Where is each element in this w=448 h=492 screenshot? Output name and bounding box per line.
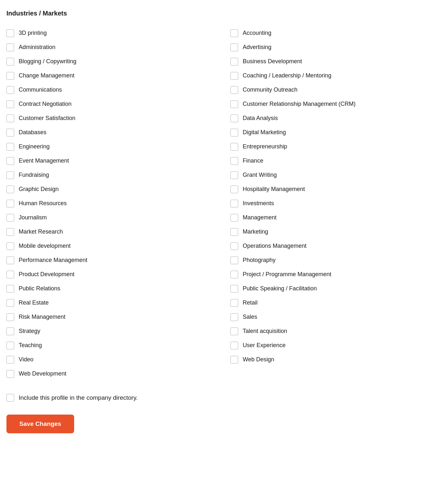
checkbox-community-outreach[interactable]: [230, 86, 238, 94]
checkbox-item-blogging-copywriting[interactable]: Blogging / Copywriting: [6, 55, 218, 69]
checkbox-item-sales[interactable]: Sales: [230, 310, 442, 324]
checkbox-item-video[interactable]: Video: [6, 353, 218, 367]
checkbox-item-digital-marketing[interactable]: Digital Marketing: [230, 126, 442, 140]
checkbox-investments[interactable]: [230, 200, 238, 207]
checkbox-item-coaching-leadership-mentoring[interactable]: Coaching / Leadership / Mentoring: [230, 69, 442, 83]
checkbox-item-crm[interactable]: Customer Relationship Management (CRM): [230, 97, 442, 111]
checkbox-entrepreneurship[interactable]: [230, 143, 238, 151]
checkbox-sales[interactable]: [230, 313, 238, 321]
checkbox-item-web-development[interactable]: Web Development: [6, 367, 218, 381]
checkbox-item-entrepreneurship[interactable]: Entrepreneurship: [230, 140, 442, 154]
checkbox-event-management[interactable]: [6, 157, 14, 165]
checkbox-strategy[interactable]: [6, 327, 14, 335]
checkbox-item-retail[interactable]: Retail: [230, 296, 442, 310]
checkbox-business-development[interactable]: [230, 58, 238, 65]
checkbox-web-design[interactable]: [230, 356, 238, 364]
checkbox-human-resources[interactable]: [6, 200, 14, 207]
checkbox-coaching-leadership-mentoring[interactable]: [230, 72, 238, 80]
checkbox-item-risk-management[interactable]: Risk Management: [6, 310, 218, 324]
checkbox-mobile-development[interactable]: [6, 242, 14, 250]
checkbox-item-public-relations[interactable]: Public Relations: [6, 282, 218, 296]
checkbox-item-communications[interactable]: Communications: [6, 83, 218, 97]
checkbox-item-product-development[interactable]: Product Development: [6, 267, 218, 282]
checkbox-item-market-research[interactable]: Market Research: [6, 225, 218, 239]
checkbox-item-data-analysis[interactable]: Data Analysis: [230, 111, 442, 126]
checkbox-item-customer-satisfaction[interactable]: Customer Satisfaction: [6, 111, 218, 126]
checkbox-management[interactable]: [230, 214, 238, 222]
checkbox-item-photography[interactable]: Photography: [230, 253, 442, 267]
checkbox-databases[interactable]: [6, 129, 14, 136]
checkbox-grant-writing[interactable]: [230, 171, 238, 179]
checkbox-crm[interactable]: [230, 100, 238, 108]
checkbox-item-mobile-development[interactable]: Mobile development: [6, 239, 218, 253]
checkbox-data-analysis[interactable]: [230, 115, 238, 122]
checkbox-marketing[interactable]: [230, 228, 238, 236]
checkbox-item-change-management[interactable]: Change Management: [6, 69, 218, 83]
checkbox-item-journalism[interactable]: Journalism: [6, 211, 218, 225]
checkbox-item-community-outreach[interactable]: Community Outreach: [230, 83, 442, 97]
checkbox-item-project-programme-management[interactable]: Project / Programme Management: [230, 267, 442, 282]
checkbox-item-real-estate[interactable]: Real Estate: [6, 296, 218, 310]
checkbox-item-fundraising[interactable]: Fundraising: [6, 168, 218, 182]
checkbox-item-management[interactable]: Management: [230, 211, 442, 225]
directory-checkbox[interactable]: [6, 394, 14, 402]
checkbox-item-administration[interactable]: Administration: [6, 40, 218, 55]
checkbox-project-programme-management[interactable]: [230, 271, 238, 278]
checkbox-item-databases[interactable]: Databases: [6, 126, 218, 140]
checkbox-item-grant-writing[interactable]: Grant Writing: [230, 168, 442, 182]
checkbox-item-engineering[interactable]: Engineering: [6, 140, 218, 154]
checkbox-item-3d-printing[interactable]: 3D printing: [6, 26, 218, 40]
checkbox-3d-printing[interactable]: [6, 29, 14, 37]
checkbox-accounting[interactable]: [230, 29, 238, 37]
checkbox-administration[interactable]: [6, 44, 14, 51]
checkbox-user-experience[interactable]: [230, 342, 238, 349]
checkbox-graphic-design[interactable]: [6, 186, 14, 193]
checkbox-finance[interactable]: [230, 157, 238, 165]
checkbox-risk-management[interactable]: [6, 313, 14, 321]
checkbox-communications[interactable]: [6, 86, 14, 94]
checkbox-customer-satisfaction[interactable]: [6, 115, 14, 122]
directory-checkbox-item[interactable]: Include this profile in the company dire…: [6, 394, 442, 402]
checkbox-journalism[interactable]: [6, 214, 14, 222]
checkbox-market-research[interactable]: [6, 228, 14, 236]
checkbox-hospitality-management[interactable]: [230, 186, 238, 193]
checkbox-item-finance[interactable]: Finance: [230, 154, 442, 168]
checkbox-item-public-speaking-facilitation[interactable]: Public Speaking / Facilitation: [230, 282, 442, 296]
checkbox-operations-management[interactable]: [230, 242, 238, 250]
checkbox-talent-acquisition[interactable]: [230, 327, 238, 335]
checkbox-contract-negotiation[interactable]: [6, 100, 14, 108]
checkbox-real-estate[interactable]: [6, 299, 14, 307]
checkbox-advertising[interactable]: [230, 44, 238, 51]
checkbox-item-human-resources[interactable]: Human Resources: [6, 196, 218, 211]
checkbox-item-business-development[interactable]: Business Development: [230, 55, 442, 69]
checkbox-item-user-experience[interactable]: User Experience: [230, 338, 442, 353]
checkbox-item-talent-acquisition[interactable]: Talent acquisition: [230, 324, 442, 338]
checkbox-item-investments[interactable]: Investments: [230, 196, 442, 211]
checkbox-engineering[interactable]: [6, 143, 14, 151]
checkbox-product-development[interactable]: [6, 271, 14, 278]
checkbox-blogging-copywriting[interactable]: [6, 58, 14, 65]
checkbox-item-accounting[interactable]: Accounting: [230, 26, 442, 40]
checkbox-video[interactable]: [6, 356, 14, 364]
checkbox-item-marketing[interactable]: Marketing: [230, 225, 442, 239]
checkbox-item-advertising[interactable]: Advertising: [230, 40, 442, 55]
checkbox-item-contract-negotiation[interactable]: Contract Negotiation: [6, 97, 218, 111]
checkbox-digital-marketing[interactable]: [230, 129, 238, 136]
checkbox-retail[interactable]: [230, 299, 238, 307]
checkbox-item-event-management[interactable]: Event Management: [6, 154, 218, 168]
checkbox-item-teaching[interactable]: Teaching: [6, 338, 218, 353]
checkbox-item-performance-management[interactable]: Performance Management: [6, 253, 218, 267]
checkbox-public-relations[interactable]: [6, 285, 14, 293]
checkbox-public-speaking-facilitation[interactable]: [230, 285, 238, 293]
checkbox-item-operations-management[interactable]: Operations Management: [230, 239, 442, 253]
checkbox-teaching[interactable]: [6, 342, 14, 349]
checkbox-item-web-design[interactable]: Web Design: [230, 353, 442, 367]
checkbox-performance-management[interactable]: [6, 256, 14, 264]
checkbox-change-management[interactable]: [6, 72, 14, 80]
checkbox-photography[interactable]: [230, 256, 238, 264]
checkbox-item-graphic-design[interactable]: Graphic Design: [6, 182, 218, 196]
checkbox-web-development[interactable]: [6, 370, 14, 378]
checkbox-fundraising[interactable]: [6, 171, 14, 179]
save-changes-button[interactable]: Save Changes: [6, 415, 74, 433]
checkbox-item-hospitality-management[interactable]: Hospitality Management: [230, 182, 442, 196]
